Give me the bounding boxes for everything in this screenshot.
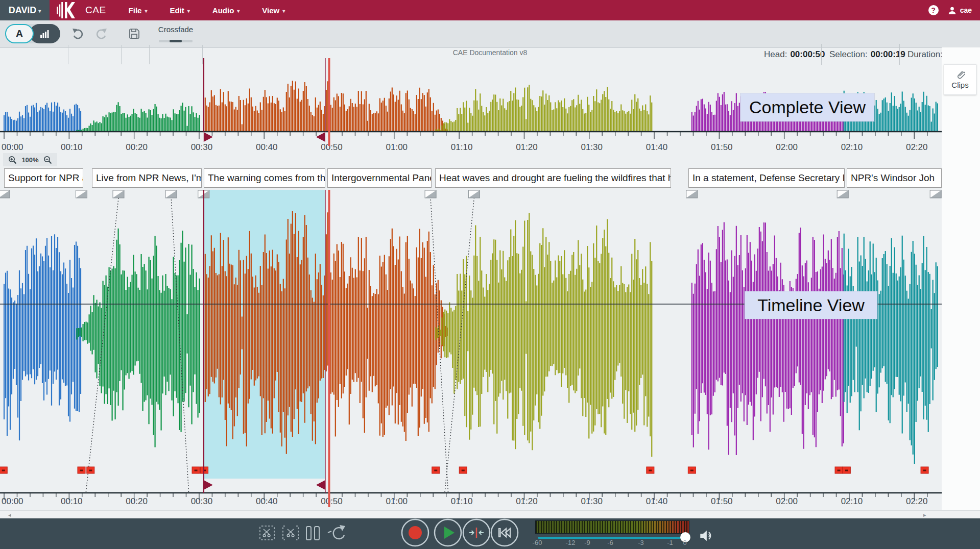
ruler-label: 01:10 bbox=[451, 496, 473, 506]
crossfade-slider-handle[interactable] bbox=[170, 40, 182, 42]
ruler-label: 02:00 bbox=[776, 496, 798, 506]
clip-2-wave[interactable] bbox=[77, 102, 200, 131]
play-button[interactable] bbox=[434, 518, 462, 547]
text-mode-button[interactable]: A bbox=[5, 24, 34, 43]
clip-label[interactable]: Intergovernmental Panel o bbox=[327, 168, 432, 188]
zoom-in-icon[interactable] bbox=[8, 156, 17, 164]
meter-scale-label: -9 bbox=[584, 539, 590, 546]
timeline-scrollbar[interactable]: ◂ ▸ bbox=[0, 510, 980, 519]
speaker-icon[interactable] bbox=[700, 530, 715, 542]
meter-scale-label: -1 bbox=[667, 539, 673, 546]
waveform-bars-icon bbox=[40, 30, 50, 38]
crossfade-label: Crossfade bbox=[153, 25, 198, 34]
fade-handle[interactable] bbox=[837, 190, 848, 198]
locate-to-cursor-button[interactable] bbox=[462, 518, 491, 547]
timeline-waveform[interactable]: 00:0000:1000:2000:3000:4000:5001:0001:10… bbox=[0, 190, 942, 510]
selection-start-marker[interactable] bbox=[204, 480, 213, 490]
fade-handle[interactable] bbox=[930, 190, 941, 198]
revert-edit-button[interactable] bbox=[326, 523, 346, 543]
track-marker[interactable] bbox=[647, 467, 654, 473]
zoom-control[interactable]: 100% bbox=[3, 153, 57, 166]
level-meter bbox=[535, 520, 689, 534]
ruler-label: 01:50 bbox=[711, 496, 733, 506]
track-marker[interactable] bbox=[459, 467, 467, 473]
person-icon bbox=[948, 6, 957, 15]
crossfade-control[interactable]: Crossfade bbox=[153, 25, 198, 42]
selection-end-marker[interactable] bbox=[316, 132, 325, 142]
menu-edit[interactable]: Edit▾ bbox=[170, 6, 189, 15]
clip-label[interactable]: Live from NPR News, I'm bbox=[92, 168, 202, 188]
user-account-button[interactable]: cae bbox=[948, 6, 972, 15]
cut-selection-button[interactable] bbox=[259, 523, 277, 543]
meter-scale-label: 0 bbox=[683, 539, 686, 546]
ruler-label: 00:30 bbox=[191, 142, 213, 152]
fade-handle[interactable] bbox=[0, 190, 10, 198]
selection-start-marker[interactable] bbox=[204, 132, 213, 142]
ruler-label: 00:50 bbox=[321, 496, 343, 506]
ruler-label: 01:00 bbox=[386, 496, 408, 506]
clip-2-wave[interactable] bbox=[77, 229, 200, 447]
menu-file[interactable]: File▾ bbox=[129, 6, 148, 15]
fade-handle[interactable] bbox=[76, 190, 87, 198]
scroll-right-arrow[interactable]: ▸ bbox=[923, 512, 926, 518]
complete-view-label: Complete View bbox=[740, 93, 874, 121]
track-marker[interactable] bbox=[921, 467, 928, 473]
track-marker[interactable] bbox=[843, 467, 850, 473]
clip-1-wave[interactable] bbox=[4, 102, 81, 131]
cut-out-selection-button[interactable] bbox=[281, 523, 300, 543]
track-marker[interactable] bbox=[192, 467, 200, 473]
track-marker[interactable] bbox=[78, 467, 85, 473]
redo-button[interactable] bbox=[92, 24, 110, 43]
fade-handle[interactable] bbox=[165, 190, 177, 198]
track-marker[interactable] bbox=[835, 467, 843, 473]
fade-handle[interactable] bbox=[113, 190, 124, 198]
david-brand-label: DAViD bbox=[9, 5, 36, 16]
crossfade-slider[interactable] bbox=[159, 40, 193, 42]
meter-scale-label: -12 bbox=[566, 539, 576, 546]
selection-end-marker[interactable] bbox=[316, 480, 325, 490]
clip-4-wave[interactable] bbox=[436, 85, 652, 131]
clip-title-row: Support for NPR aLive from NPR News, I'm… bbox=[0, 168, 942, 189]
ruler-label: 01:30 bbox=[581, 496, 603, 506]
clip-label[interactable]: NPR's Windsor Joh bbox=[847, 168, 942, 188]
scroll-left-arrow[interactable]: ◂ bbox=[8, 512, 11, 518]
clips-panel-button[interactable]: Clips bbox=[944, 64, 976, 95]
fade-handle[interactable] bbox=[686, 190, 698, 198]
ruler-label: 00:40 bbox=[256, 142, 278, 152]
undo-button[interactable] bbox=[69, 24, 87, 43]
skip-to-start-button[interactable] bbox=[490, 518, 519, 547]
ruler-label: 00:00 bbox=[2, 496, 23, 506]
clip-label[interactable]: The warning comes from the bbox=[204, 168, 325, 188]
track-marker[interactable] bbox=[432, 467, 440, 473]
menu-audio[interactable]: Audio▾ bbox=[212, 6, 240, 15]
clip-4-wave[interactable] bbox=[436, 213, 652, 457]
track-marker[interactable] bbox=[688, 467, 696, 473]
fade-handle[interactable] bbox=[468, 190, 480, 198]
help-icon[interactable]: ? bbox=[928, 5, 939, 15]
chevron-down-icon: ▾ bbox=[187, 8, 190, 14]
fade-handle[interactable] bbox=[425, 190, 436, 198]
ruler-label: 01:30 bbox=[581, 142, 603, 152]
record-button[interactable] bbox=[401, 518, 429, 547]
chevron-down-icon: ▾ bbox=[237, 8, 240, 14]
zoom-out-icon[interactable] bbox=[43, 156, 52, 164]
track-marker[interactable] bbox=[87, 467, 94, 473]
david-menu-button[interactable]: DAViD ▾ bbox=[0, 0, 50, 20]
meter-scale-label: -60 bbox=[533, 539, 542, 546]
clip-6-wave[interactable] bbox=[844, 234, 938, 464]
waveform-mode-button[interactable] bbox=[30, 24, 60, 43]
view-mode-toggle[interactable]: A bbox=[5, 24, 60, 43]
track-marker[interactable] bbox=[201, 467, 208, 473]
chevron-down-icon: ▾ bbox=[38, 8, 41, 14]
clip-label[interactable]: Support for NPR a bbox=[4, 168, 83, 188]
save-button[interactable] bbox=[125, 24, 144, 43]
split-clip-button[interactable] bbox=[305, 523, 321, 543]
track-marker[interactable] bbox=[0, 467, 7, 473]
clip-1-wave[interactable] bbox=[4, 234, 81, 440]
timeline-view-label: Timeline View bbox=[745, 291, 877, 319]
clip-label[interactable]: In a statement, Defense Secretary L bbox=[688, 168, 845, 188]
app-name: CAE bbox=[85, 5, 106, 16]
clip-label[interactable]: Heat waves and drought are fueling the w… bbox=[435, 168, 671, 188]
clip-5-wave[interactable] bbox=[692, 222, 844, 455]
menu-view[interactable]: View▾ bbox=[262, 6, 285, 15]
